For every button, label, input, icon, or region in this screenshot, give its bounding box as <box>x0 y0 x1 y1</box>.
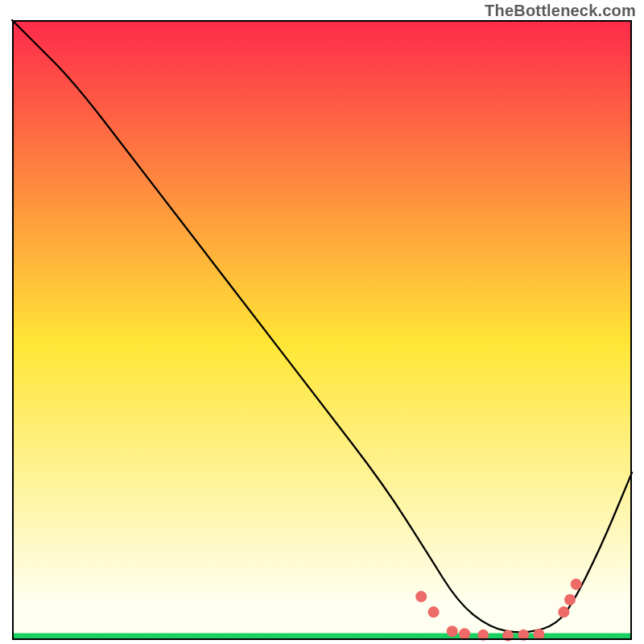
curve-marker-dot <box>571 579 582 590</box>
bottleneck-curve-line <box>12 20 632 632</box>
curve-marker-dot <box>415 591 427 602</box>
curve-marker-dot <box>534 629 545 640</box>
curve-marker-dot <box>558 606 569 617</box>
curve-marker-dot <box>428 606 440 617</box>
curve-marker-dot <box>477 630 489 641</box>
curve-marker-dot <box>502 630 514 642</box>
chart-series-layer <box>12 20 632 640</box>
curve-marker-dot <box>518 630 529 641</box>
chart-plot-area <box>12 20 632 640</box>
curve-marker-dot <box>447 625 458 637</box>
curve-marker-dot <box>564 594 576 605</box>
curve-marker-dot <box>459 628 470 639</box>
curve-marker-group <box>415 579 582 642</box>
attribution-text: TheBottleneck.com <box>485 2 636 20</box>
